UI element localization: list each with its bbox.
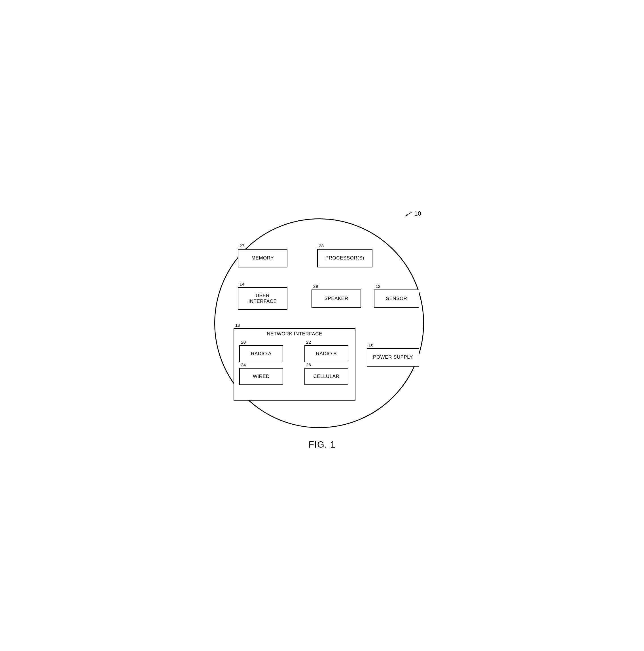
memory-box: 27 MEMORY [238,249,287,268]
power-label: 16 [369,342,374,347]
svg-marker-1 [405,214,408,216]
processor-label: 28 [319,243,324,248]
power-text: POWER SUPPLY [373,354,413,360]
network-label: 18 [235,323,240,328]
arrow-icon [404,211,413,216]
diagram-wrapper: 10 27 MEMORY 28 PROCESSOR(S) 14 USER INT… [206,202,438,434]
cellular-label: 26 [306,362,311,367]
radio-b-label: 22 [306,340,311,344]
processor-box: 28 PROCESSOR(S) [317,249,373,268]
speaker-text: SPEAKER [325,296,348,302]
page-container: 10 27 MEMORY 28 PROCESSOR(S) 14 USER INT… [195,202,449,450]
main-circle: 27 MEMORY 28 PROCESSOR(S) 14 USER INTERF… [214,218,424,428]
memory-text: MEMORY [252,255,274,261]
wired-label: 24 [241,362,246,367]
radio-a-box: 20 RADIO A [239,345,283,362]
radio-a-text: RADIO A [251,351,271,356]
sensor-box: 12 SENSOR [374,289,419,308]
sensor-text: SENSOR [386,296,407,302]
figure-caption: FIG. 1 [309,439,335,450]
wired-box: 24 WIRED [239,368,283,385]
ui-text: USER INTERFACE [248,293,277,304]
sensor-label: 12 [376,284,381,289]
ui-label: 14 [239,282,244,286]
svg-line-0 [407,212,412,215]
speaker-box: 29 SPEAKER [312,289,361,308]
network-title: NETWORK INTERFACE [267,331,322,337]
network-interface-box: 18 NETWORK INTERFACE [234,328,355,401]
power-supply-box: 16 POWER SUPPLY [367,348,419,367]
cellular-text: CELLULAR [314,374,340,379]
radio-b-text: RADIO B [316,351,337,356]
radio-b-box: 22 RADIO B [304,345,348,362]
reference-label-10: 10 [404,210,421,217]
speaker-label: 29 [313,284,318,289]
radio-a-label: 20 [241,340,246,344]
ref-10-text: 10 [414,210,421,217]
memory-label: 27 [239,243,244,248]
user-interface-box: 14 USER INTERFACE [238,287,287,310]
wired-text: WIRED [253,374,269,379]
processor-text: PROCESSOR(S) [325,255,364,261]
cellular-box: 26 CELLULAR [304,368,348,385]
